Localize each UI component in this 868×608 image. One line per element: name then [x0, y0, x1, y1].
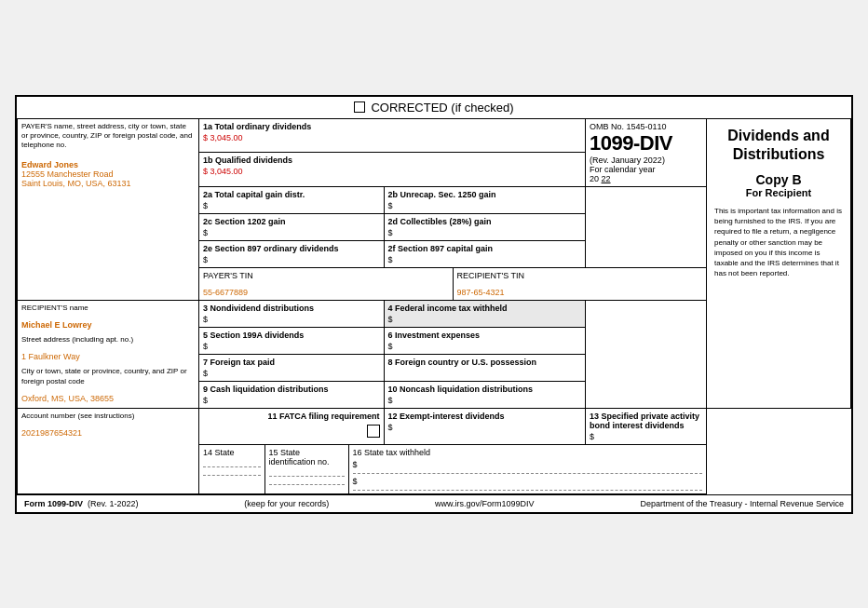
box-2f-amount: $ — [388, 253, 581, 264]
payer-tin-section: PAYER'S TIN 55-6677889 — [199, 268, 453, 300]
payer-tin: 55-6677889 — [203, 288, 449, 297]
box-10-label: 10 Noncash liquidation distributions — [388, 385, 581, 394]
payer-name: Edward Jones — [21, 160, 195, 169]
box-15: 15 State identification no. — [264, 445, 348, 493]
box-6-amount: $ — [388, 340, 581, 351]
box-4-amount: $ — [388, 313, 581, 324]
cal-year-suffix: 22 — [602, 174, 611, 183]
box-2c-label: 2c Section 1202 gain — [203, 217, 380, 226]
footer-website: www.irs.gov/Form1099DIV — [435, 499, 535, 508]
box-2c: 2c Section 1202 gain $ — [199, 213, 385, 240]
box-8: 8 Foreign country or U.S. possession — [384, 354, 585, 381]
tin-row: PAYER'S TIN 55-6677889 RECIPIENT'S TIN 9… — [199, 267, 707, 300]
city: Oxford, MS, USA, 38655 — [21, 394, 195, 403]
box-1a-amount: $ 3,045.00 — [203, 131, 581, 142]
box-11-label: 11 FATCA filing requirement — [203, 412, 380, 421]
form-number: 1099-DIV — [590, 131, 702, 155]
fatca-checkbox[interactable] — [367, 425, 380, 438]
box-10-amount: $ — [388, 394, 581, 405]
box-16-amount1: $ — [353, 460, 703, 469]
omb-number: OMB No. 1545-0110 — [590, 122, 702, 131]
payer-label: PAYER'S name, street address, city or to… — [21, 122, 195, 151]
box-2b-label: 2b Unrecap. Sec. 1250 gain — [388, 190, 581, 199]
payer-section: PAYER'S name, street address, city or to… — [18, 119, 199, 301]
form-rev: (Rev. January 2022) — [590, 155, 702, 165]
box-14-label: 14 State — [203, 448, 261, 457]
payer-address1: 12555 Manchester Road — [21, 169, 195, 179]
recipient-tin: 987-65-4321 — [457, 288, 703, 297]
box-9: 9 Cash liquidation distributions $ — [199, 381, 385, 408]
account-section: Account number (see instructions) 202198… — [18, 408, 199, 493]
account-number: 2021987654321 — [21, 428, 195, 438]
box-13: 13 Specified private activity bond inter… — [586, 408, 707, 444]
box-6: 6 Investment expenses $ — [384, 327, 585, 354]
footer-rev: (Rev. 1-2022) — [88, 499, 138, 508]
box-2a-label: 2a Total capital gain distr. — [203, 190, 380, 199]
box-16: 16 State tax withheld $ $ — [348, 445, 706, 493]
box-2c-amount: $ — [203, 226, 380, 237]
box-7-label: 7 Foreign tax paid — [203, 358, 380, 367]
box-12-amount: $ — [388, 421, 581, 432]
box-12: 12 Exempt-interest dividends $ — [384, 408, 585, 444]
footer-form-label: Form 1099-DIV (Rev. 1-2022) — [24, 499, 138, 508]
box-10: 10 Noncash liquidation distributions $ — [384, 381, 585, 408]
street: 1 Faulkner Way — [21, 352, 195, 361]
payer-address2: Saint Louis, MO, USA, 63131 — [21, 179, 195, 188]
form-header: CORRECTED (if checked) — [17, 97, 851, 119]
for-recipient: For Recipient — [714, 187, 843, 198]
box-5: 5 Section 199A dividends $ — [199, 327, 385, 354]
box-2d-label: 2d Collectibles (28%) gain — [388, 217, 581, 226]
box-2e-label: 2e Section 897 ordinary dividends — [203, 244, 380, 253]
box-2d: 2d Collectibles (28%) gain $ — [384, 213, 585, 240]
main-form-table: PAYER'S name, street address, city or to… — [17, 119, 851, 494]
recipient-tin-label: RECIPIENT'S TIN — [457, 271, 703, 280]
title-section: Dividends and Distributions Copy B For R… — [707, 119, 851, 409]
account-label: Account number (see instructions) — [21, 412, 195, 421]
box-1b: 1b Qualified dividends $ 3,045.00 — [199, 152, 586, 186]
box-16-amount2: $ — [353, 477, 703, 486]
form-footer: Form 1099-DIV (Rev. 1-2022) (keep for yo… — [17, 494, 851, 512]
cal-year: 20 22 — [590, 174, 702, 183]
recipient-name-label: RECIPIENT'S name — [21, 304, 195, 313]
corrected-checkbox[interactable] — [354, 101, 365, 113]
city-label: City or town, state or province, country… — [21, 367, 195, 386]
cal-year-label: For calendar year — [590, 165, 702, 174]
box-16-label: 16 State tax withheld — [353, 448, 703, 457]
box-7-amount: $ — [203, 367, 380, 378]
box-15-label: 15 State identification no. — [269, 448, 345, 466]
box-2f-label: 2f Section 897 capital gain — [388, 244, 581, 253]
box-1a: 1a Total ordinary dividends $ 3,045.00 — [199, 119, 586, 153]
box-2a-amount: $ — [203, 199, 380, 210]
box-3-label: 3 Nondividend distributions — [203, 304, 380, 313]
recipient-name: Michael E Lowrey — [21, 320, 195, 330]
box-1a-label: 1a Total ordinary dividends — [203, 122, 581, 131]
payer-tin-label: PAYER'S TIN — [203, 271, 449, 280]
box-2b-amount: $ — [388, 199, 581, 210]
box-11: 11 FATCA filing requirement — [199, 408, 385, 444]
box-13-amount: $ — [590, 430, 702, 441]
footer-dept: Department of the Treasury - Internal Re… — [640, 499, 844, 508]
copy-b: Copy B — [714, 172, 843, 187]
footer-keep: (keep for your records) — [244, 499, 329, 508]
box-5-amount: $ — [203, 340, 380, 351]
form-1099-div: CORRECTED (if checked) PAYER'S name, str… — [15, 95, 853, 514]
box-7: 7 Foreign tax paid $ — [199, 354, 385, 381]
box-13-label: 13 Specified private activity bond inter… — [590, 412, 702, 430]
box-6-label: 6 Investment expenses — [388, 331, 581, 340]
box-3: 3 Nondividend distributions $ — [199, 300, 385, 327]
box-1b-amount: $ 3,045.00 — [203, 165, 581, 176]
recipient-tin-section: RECIPIENT'S TIN 987-65-4321 — [453, 268, 706, 300]
cal-year-prefix: 20 — [590, 174, 599, 183]
box-8-label: 8 Foreign country or U.S. possession — [388, 358, 581, 367]
box-12-label: 12 Exempt-interest dividends — [388, 412, 581, 421]
box-2f: 2f Section 897 capital gain $ — [384, 240, 585, 267]
street-label: Street address (including apt. no.) — [21, 335, 195, 345]
disclaimer: This is important tax information and is… — [714, 206, 843, 278]
box-4-label: 4 Federal income tax withheld — [388, 304, 581, 313]
form-title: Dividends and Distributions — [714, 127, 843, 166]
corrected-label: CORRECTED (if checked) — [371, 101, 513, 115]
box-9-amount: $ — [203, 394, 380, 405]
box-2b: 2b Unrecap. Sec. 1250 gain $ — [384, 186, 585, 213]
box-1b-label: 1b Qualified dividends — [203, 155, 581, 165]
form-id-section: OMB No. 1545-0110 1099-DIV (Rev. January… — [586, 119, 707, 187]
